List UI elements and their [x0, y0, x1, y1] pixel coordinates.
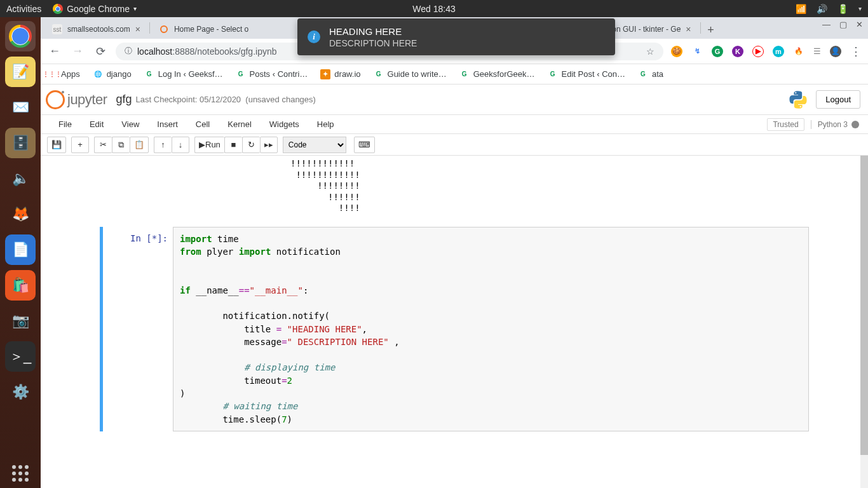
url-path: :8888/notebooks/gfg.ipynb: [172, 46, 276, 57]
jupyter-icon: [46, 90, 65, 109]
desktop-notification[interactable]: i HEADING HERE DESCRIPTION HERE: [297, 18, 615, 55]
dock-thunderbird[interactable]: ✉️: [5, 92, 36, 123]
bookmark-ata[interactable]: Gata: [638, 69, 663, 79]
jupyter-logo[interactable]: jupyter: [46, 90, 107, 109]
favicon: sst: [52, 24, 62, 34]
star-icon[interactable]: ☆: [646, 46, 654, 57]
run-button[interactable]: ▶ Run: [194, 137, 224, 153]
back-button[interactable]: ←: [47, 44, 62, 58]
menu-icon[interactable]: ⋮: [850, 44, 862, 58]
show-applications[interactable]: [12, 465, 29, 488]
tab-2[interactable]: Home Page - Select o: [151, 20, 256, 39]
chevron-down-icon[interactable]: ▾: [858, 5, 862, 12]
kernel-indicator[interactable]: Python 3: [811, 120, 859, 129]
restart-run-button[interactable]: ▸▸: [260, 137, 278, 153]
info-icon: i: [308, 30, 320, 43]
chrome-icon: [9, 25, 32, 48]
dock-firefox[interactable]: 🦊: [5, 199, 36, 229]
scrollbar-track[interactable]: [860, 156, 868, 488]
scrollbar-thumb[interactable]: [860, 156, 868, 455]
tab-1[interactable]: sst smallseotools.com ×: [44, 20, 148, 39]
youtube-icon[interactable]: ▶: [752, 46, 764, 57]
jupyter-header: jupyter gfg Last Checkpoint: 05/12/2020 …: [41, 85, 868, 115]
code-cell[interactable]: In [*]: import time from plyer import no…: [100, 227, 809, 431]
chrome-window: sst smallseotools.com × Home Page - Sele…: [41, 17, 868, 488]
bookmark-edit[interactable]: GEdit Post ‹ Con…: [548, 69, 625, 79]
menu-help[interactable]: Help: [308, 119, 343, 129]
new-tab-button[interactable]: +: [702, 21, 720, 39]
page-content: jupyter gfg Last Checkpoint: 05/12/2020 …: [41, 85, 868, 488]
bookmark-posts[interactable]: GPosts ‹ Contri…: [236, 69, 308, 79]
forward-button[interactable]: →: [70, 44, 85, 58]
dock-rhythmbox[interactable]: 🔈: [5, 163, 36, 194]
bookmark-login[interactable]: GLog In ‹ Geeksf…: [144, 69, 223, 79]
extension-icon[interactable]: 🔥: [793, 46, 804, 57]
active-app-label: Google Chrome: [67, 4, 130, 14]
info-icon: ⓘ: [125, 46, 132, 57]
extension-icon[interactable]: 🍪: [671, 46, 682, 57]
restart-button[interactable]: ↻: [242, 137, 260, 153]
reader-icon[interactable]: ☰: [813, 46, 821, 56]
unsaved-label: (unsaved changes): [241, 95, 316, 104]
menu-cell[interactable]: Cell: [187, 119, 219, 129]
save-button[interactable]: 💾: [47, 137, 66, 153]
cell-type-select[interactable]: Code: [283, 137, 346, 153]
window-maximize[interactable]: ▢: [839, 20, 847, 29]
battery-icon[interactable]: 🔋: [837, 4, 848, 14]
jupyter-menubar: File Edit View Insert Cell Kernel Widget…: [41, 115, 868, 134]
bookmark-django[interactable]: 🌐django: [93, 69, 132, 79]
dock-screenshot[interactable]: 📷: [5, 306, 36, 336]
bookmark-guide[interactable]: GGuide to write…: [374, 69, 447, 79]
menu-edit[interactable]: Edit: [81, 119, 112, 129]
add-cell-button[interactable]: +: [71, 137, 89, 153]
dock-settings[interactable]: ⚙️: [5, 377, 36, 407]
dock-text-editor[interactable]: 📝: [5, 57, 36, 87]
menu-kernel[interactable]: Kernel: [219, 119, 261, 129]
jupyter-icon: [159, 24, 169, 34]
move-down-button[interactable]: ↓: [172, 137, 189, 153]
dock-chrome[interactable]: [5, 21, 36, 51]
extension-icon[interactable]: K: [732, 46, 743, 57]
interrupt-button[interactable]: ■: [224, 137, 242, 153]
code-editor[interactable]: import time from plyer import notificati…: [173, 227, 809, 431]
reload-button[interactable]: ⟳: [93, 44, 108, 58]
close-icon[interactable]: ×: [686, 24, 691, 34]
window-close[interactable]: ✕: [856, 20, 863, 29]
dock-files[interactable]: 🗄️: [5, 128, 36, 158]
dock-software[interactable]: 🛍️: [5, 270, 36, 301]
copy-button[interactable]: ⧉: [112, 137, 130, 153]
bookmark-drawio[interactable]: ✦draw.io: [320, 69, 360, 79]
move-up-button[interactable]: ↑: [154, 137, 172, 153]
dock-libreoffice[interactable]: 📄: [5, 234, 36, 265]
extension-icon[interactable]: m: [773, 46, 784, 57]
command-palette-button[interactable]: ⌨: [354, 137, 375, 153]
tab-separator: [700, 22, 701, 34]
cut-button[interactable]: ✂: [94, 137, 112, 153]
grammarly-icon[interactable]: G: [712, 46, 723, 57]
notebook-body: !!!!!!!!!!!! !!!!!!!!!!!! !!!!!!!! !!!!!…: [41, 156, 868, 488]
kernel-busy-icon: [851, 121, 859, 128]
network-icon[interactable]: 📶: [796, 4, 806, 14]
trusted-indicator[interactable]: Trusted: [767, 118, 804, 131]
extension-icon[interactable]: ↯: [691, 46, 703, 57]
menu-view[interactable]: View: [112, 119, 148, 129]
menu-file[interactable]: File: [50, 119, 81, 129]
window-minimize[interactable]: —: [822, 20, 831, 29]
tab-title: Home Page - Select o: [174, 25, 248, 34]
activities-button[interactable]: Activities: [6, 4, 41, 14]
clock[interactable]: Wed 18:43: [412, 4, 455, 14]
profile-avatar[interactable]: 👤: [830, 46, 841, 57]
menu-widgets[interactable]: Widgets: [261, 119, 308, 129]
dock-terminal[interactable]: ＞_: [5, 341, 36, 372]
extension-icons: 🍪 ↯ G K ▶ m 🔥 ☰ 👤 ⋮: [671, 44, 862, 58]
apps-shortcut[interactable]: ⋮⋮⋮Apps: [47, 69, 80, 79]
active-app-indicator[interactable]: Google Chrome ▾: [53, 4, 137, 14]
close-icon[interactable]: ×: [135, 24, 140, 34]
menu-insert[interactable]: Insert: [148, 119, 187, 129]
notification-title: HEADING HERE: [329, 26, 417, 37]
logout-button[interactable]: Logout: [816, 90, 860, 109]
paste-button[interactable]: 📋: [130, 137, 149, 153]
volume-icon[interactable]: 🔊: [817, 4, 827, 14]
notebook-name[interactable]: gfg: [116, 93, 132, 106]
bookmark-gg[interactable]: GGeeksforGeek…: [459, 69, 535, 79]
